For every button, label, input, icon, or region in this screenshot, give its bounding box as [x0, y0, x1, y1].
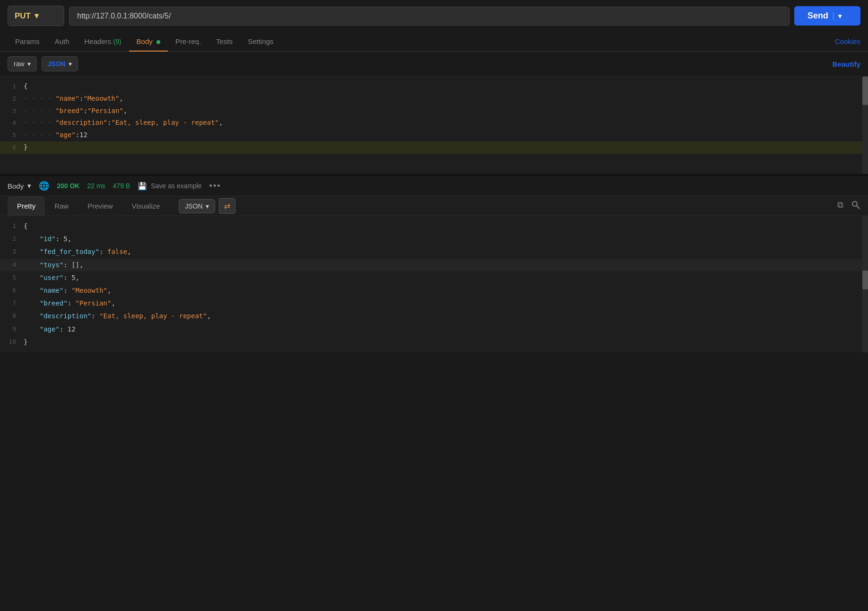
- req-line-1: 1 {: [0, 80, 868, 93]
- format-bar: raw ▾ JSON ▾ Beautify: [0, 52, 868, 77]
- cookies-link[interactable]: Cookies: [835, 37, 860, 45]
- resp-line-7: 7 "breed": "Persian",: [0, 297, 868, 310]
- resp-line-1: 1 {: [0, 220, 868, 233]
- resp-json-dropdown[interactable]: JSON ▾: [179, 199, 215, 213]
- wrap-icon: ⇄: [224, 201, 230, 210]
- save-icon: 💾: [138, 182, 147, 191]
- send-chevron: ▾: [833, 12, 842, 20]
- method-label: PUT: [15, 11, 31, 21]
- raw-dropdown[interactable]: raw ▾: [8, 56, 37, 71]
- url-input[interactable]: [69, 7, 790, 26]
- body-chevron: ▾: [27, 182, 31, 190]
- resp-line-10: 10 }: [0, 336, 868, 349]
- resp-tab-pretty[interactable]: Pretty: [8, 196, 45, 216]
- resp-line-4: 4 "toys": [],: [0, 259, 868, 271]
- raw-chevron: ▾: [27, 60, 31, 68]
- resp-line-9: 9 "age": 12: [0, 323, 868, 336]
- method-dropdown[interactable]: PUT ▾: [8, 6, 64, 26]
- request-body-editor[interactable]: 1 { 2 · · · · "name":"Meoowth", 3 · · · …: [0, 77, 868, 176]
- send-button[interactable]: Send ▾: [794, 6, 860, 26]
- search-button[interactable]: [851, 200, 860, 212]
- resp-scrollbar-thumb[interactable]: [862, 271, 868, 289]
- tab-settings[interactable]: Settings: [240, 32, 281, 51]
- response-header: Body ▾ 🌐 200 OK 22 ms 479 B 💾 Save as ex…: [0, 176, 868, 196]
- body-dot: [156, 40, 160, 44]
- tab-params[interactable]: Params: [8, 32, 47, 51]
- resp-tab-visualize[interactable]: Visualize: [122, 196, 170, 216]
- resp-scrollbar-track[interactable]: [862, 216, 868, 352]
- resp-line-6: 6 "name": "Meoowth",: [0, 284, 868, 297]
- tab-tests[interactable]: Tests: [208, 32, 240, 51]
- resp-json-label: JSON: [185, 202, 202, 210]
- json-chevron: ▾: [69, 60, 72, 68]
- resp-json-chevron: ▾: [206, 202, 209, 210]
- req-line-4: 4 · · · · "description":"Eat, sleep, pla…: [0, 117, 868, 129]
- raw-label: raw: [14, 60, 25, 68]
- resp-tab-preview[interactable]: Preview: [78, 196, 122, 216]
- copy-button[interactable]: ⧉: [837, 200, 843, 212]
- json-dropdown[interactable]: JSON ▾: [42, 56, 78, 71]
- globe-icon: 🌐: [39, 181, 49, 191]
- tab-headers[interactable]: Headers (9): [77, 32, 129, 51]
- save-example-button[interactable]: 💾 Save as example: [138, 182, 201, 191]
- req-line-3: 3 · · · · "breed":"Persian",: [0, 105, 868, 117]
- response-title: Body ▾: [8, 182, 31, 190]
- resp-line-8: 8 "description": "Eat, sleep, play - rep…: [0, 310, 868, 323]
- send-label: Send: [807, 11, 828, 21]
- status-badge: 200 OK: [57, 182, 79, 190]
- save-example-label: Save as example: [151, 182, 201, 190]
- resp-action-buttons: ⧉: [837, 200, 860, 212]
- body-response-label: Body: [8, 182, 24, 190]
- resp-line-3: 3 "fed_for_today": false,: [0, 245, 868, 258]
- response-body: 1 { 2 "id": 5, 3 "fed_for_today": false,…: [0, 216, 868, 352]
- resp-format-bar: JSON ▾ ⇄: [179, 198, 235, 214]
- req-line-2: 2 · · · · "name":"Meoowth",: [0, 93, 868, 105]
- svg-line-1: [857, 206, 859, 209]
- tab-auth[interactable]: Auth: [47, 32, 77, 51]
- request-tabs: Params Auth Headers (9) Body Pre-req. Te…: [0, 32, 868, 52]
- tab-prereq[interactable]: Pre-req.: [168, 32, 208, 51]
- tab-body[interactable]: Body: [129, 32, 168, 51]
- req-scrollbar-thumb[interactable]: [862, 77, 868, 105]
- url-bar: PUT ▾ Send ▾: [0, 0, 868, 32]
- req-scrollbar-track[interactable]: [862, 77, 868, 174]
- req-line-6: 6 }: [0, 141, 868, 154]
- headers-badge: (9): [113, 38, 121, 45]
- wrap-button[interactable]: ⇄: [219, 198, 235, 214]
- resp-tab-raw[interactable]: Raw: [45, 196, 78, 216]
- response-time: 22 ms: [87, 182, 105, 190]
- method-chevron: ▾: [35, 11, 39, 21]
- response-tabs: Pretty Raw Preview Visualize JSON ▾ ⇄ ⧉: [0, 196, 868, 216]
- beautify-button[interactable]: Beautify: [833, 60, 860, 68]
- resp-line-5: 5 "user": 5,: [0, 271, 868, 284]
- json-label: JSON: [48, 60, 66, 68]
- more-options-button[interactable]: •••: [209, 181, 221, 191]
- req-line-5: 5 · · · · "age":12: [0, 129, 868, 141]
- resp-line-2: 2 "id": 5,: [0, 233, 868, 245]
- response-size: 479 B: [113, 182, 130, 190]
